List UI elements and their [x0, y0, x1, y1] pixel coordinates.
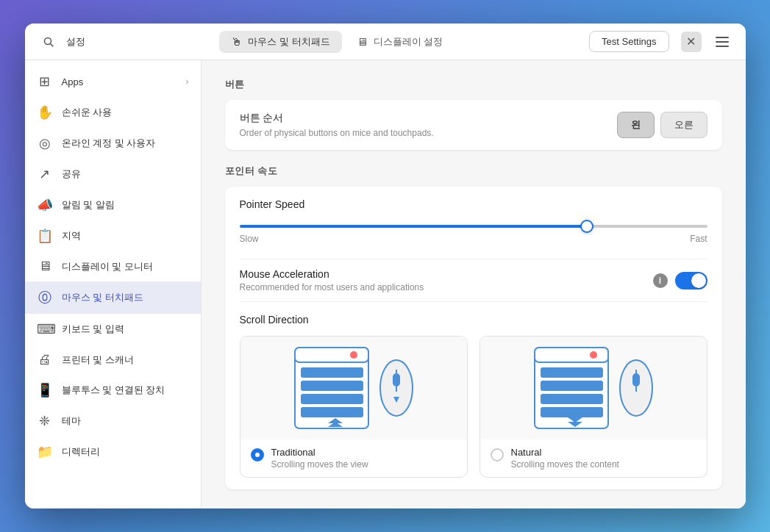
display-icon: 🖥: [357, 35, 368, 48]
accounts-icon: ◎: [37, 135, 53, 151]
scroll-option-natural-text: Natural Scrolling moves the content: [511, 447, 619, 470]
scroll-option-natural-image: [480, 337, 707, 439]
sidebar-label-notifications: 알림 및 알림: [62, 198, 189, 212]
sidebar-item-devices[interactable]: 📱 블루투스 및 연결된 장치: [25, 375, 201, 406]
main-content: 버튼 버튼 순서 Order of physical buttons on mi…: [202, 60, 746, 508]
pointer-speed-row: Pointer Speed Slow Fast: [240, 198, 707, 244]
pointer-speed-label: Pointer Speed: [240, 198, 707, 210]
sidebar-item-region[interactable]: 📋 지역: [25, 220, 201, 251]
svg-rect-9: [301, 381, 363, 391]
theme-icon: ❈: [37, 413, 53, 429]
sidebar-item-keyboard[interactable]: ⌨ 키보드 및 입력: [25, 314, 201, 345]
mouse-sidebar-icon: ⓪: [37, 289, 53, 306]
svg-rect-3: [716, 41, 729, 43]
close-button[interactable]: ✕: [681, 32, 702, 52]
sidebar-label-theme: 테마: [62, 414, 189, 428]
sidebar-item-theme[interactable]: ❈ 테마: [25, 406, 201, 436]
sidebar-label-apps: Apps: [62, 76, 177, 87]
scroll-option-traditional[interactable]: Traditional Scrolling moves the view: [240, 336, 468, 478]
info-icon[interactable]: i: [653, 273, 668, 288]
natural-scroll-illustration: [527, 344, 660, 432]
sidebar-label-folder: 디렉터리: [62, 445, 189, 459]
natural-name: Natural: [511, 447, 619, 458]
folder-icon: 📁: [37, 444, 53, 460]
scroll-direction-section: Scroll Direction: [240, 301, 707, 478]
tabs-area: 🖱 마우스 및 터치패드 🖥 디스플레이 설정: [94, 31, 581, 53]
traditional-scroll-illustration: [288, 344, 420, 432]
sidebar-item-apps[interactable]: ⊞ Apps ›: [25, 66, 201, 97]
tab-mouse-label: 마우스 및 터치패드: [248, 35, 329, 48]
titlebar: 설정 🖱 마우스 및 터치패드 🖥 디스플레이 설정 Test Settings…: [25, 24, 746, 60]
sharing-icon: ↗: [37, 166, 53, 182]
svg-rect-10: [301, 394, 363, 404]
sidebar-label-display: 디스플레이 및 모니터: [62, 260, 189, 273]
radio-natural[interactable]: [491, 448, 504, 461]
mouse-accel-right: i: [653, 272, 707, 290]
button-left-option[interactable]: 왼: [617, 112, 655, 138]
mouse-acceleration-row: Mouse Acceleration Recommended for most …: [240, 259, 707, 301]
svg-rect-22: [541, 381, 603, 391]
accessibility-icon: ✋: [37, 104, 53, 121]
slider-card: Pointer Speed Slow Fast Mouse Accelerati…: [225, 187, 722, 489]
tab-mouse[interactable]: 🖱 마우스 및 터치패드: [219, 31, 341, 53]
sidebar-label-printers: 프린터 및 스캐너: [62, 353, 189, 367]
pointer-speed-slider[interactable]: [240, 225, 707, 228]
titlebar-title: 설정: [66, 35, 85, 48]
menu-button[interactable]: [710, 30, 734, 54]
sidebar-item-folder[interactable]: 📁 디렉터리: [25, 436, 201, 467]
sidebar-label-accessibility: 손쉬운 사용: [62, 106, 189, 119]
svg-rect-8: [301, 367, 363, 378]
scroll-option-natural-footer: Natural Scrolling moves the content: [480, 439, 707, 477]
sidebar-item-display[interactable]: 🖥 디스플레이 및 모니터: [25, 251, 201, 281]
sidebar-item-accessibility[interactable]: ✋ 손쉬운 사용: [25, 97, 201, 128]
main-window: 설정 🖱 마우스 및 터치패드 🖥 디스플레이 설정 Test Settings…: [25, 24, 746, 508]
svg-rect-11: [301, 407, 363, 417]
printers-icon: 🖨: [37, 352, 53, 367]
region-icon: 📋: [37, 228, 53, 244]
sidebar-item-printers[interactable]: 🖨 프린터 및 스캐너: [25, 345, 201, 375]
sidebar-item-notifications[interactable]: 📣 알림 및 알림: [25, 190, 201, 220]
sidebar-label-keyboard: 키보드 및 입력: [62, 323, 189, 336]
sidebar-item-sharing[interactable]: ↗ 공유: [25, 159, 201, 190]
devices-icon: 📱: [37, 382, 53, 398]
keyboard-icon: ⌨: [37, 321, 53, 337]
content-area: ⊞ Apps › ✋ 손쉬운 사용 ◎ 온라인 계정 및 사용자 ↗ 공유 📣 …: [25, 60, 746, 508]
search-button[interactable]: [37, 30, 60, 54]
sidebar-label-region: 지역: [62, 229, 189, 242]
button-right-option[interactable]: 오른: [660, 112, 707, 138]
button-order-text: 버튼 순서 Order of physical buttons on mice …: [240, 112, 434, 138]
slider-section-title: 포인터 속도: [225, 165, 722, 178]
button-order-section-title: 버튼: [225, 78, 722, 91]
tab-display[interactable]: 🖥 디스플레이 설정: [345, 31, 455, 53]
sidebar-label-accounts: 온라인 계정 및 사용자: [62, 137, 189, 150]
radio-traditional[interactable]: [251, 448, 264, 461]
slider-wrap: Slow Fast: [240, 218, 707, 244]
sidebar-label-mouse: 마우스 및 터치패드: [62, 291, 189, 304]
mouse-accel-desc: Recommended for most users and applicati…: [240, 282, 424, 292]
svg-rect-23: [541, 394, 603, 404]
svg-point-7: [350, 351, 357, 359]
scroll-option-natural[interactable]: Natural Scrolling moves the content: [480, 336, 707, 478]
svg-point-20: [590, 351, 597, 359]
mouse-accel-toggle[interactable]: [675, 272, 707, 290]
button-order-label: 버튼 순서: [240, 112, 434, 125]
scroll-options: Traditional Scrolling moves the view: [240, 336, 707, 478]
traditional-name: Traditional: [271, 447, 368, 458]
test-settings-button[interactable]: Test Settings: [589, 31, 669, 52]
slider-labels: Slow Fast: [240, 234, 707, 244]
scroll-option-traditional-text: Traditional Scrolling moves the view: [271, 447, 368, 470]
sidebar-item-mouse[interactable]: ⓪ 마우스 및 터치패드: [25, 281, 201, 314]
mouse-accel-label: Mouse Acceleration: [240, 268, 424, 280]
svg-rect-21: [541, 367, 603, 378]
sidebar-item-accounts[interactable]: ◎ 온라인 계정 및 사용자: [25, 128, 201, 159]
mouse-accel-text: Mouse Acceleration Recommended for most …: [240, 268, 424, 292]
slider-fast-label: Fast: [690, 234, 707, 244]
apps-arrow-icon: ›: [186, 76, 189, 87]
mouse-icon: 🖱: [231, 35, 242, 48]
display2-icon: 🖥: [37, 259, 53, 274]
titlebar-left: 설정: [37, 30, 85, 54]
button-order-options: 왼 오른: [617, 112, 707, 138]
toggle-thumb: [691, 273, 706, 288]
svg-rect-24: [541, 407, 603, 417]
sidebar: ⊞ Apps › ✋ 손쉬운 사용 ◎ 온라인 계정 및 사용자 ↗ 공유 📣 …: [25, 60, 202, 508]
